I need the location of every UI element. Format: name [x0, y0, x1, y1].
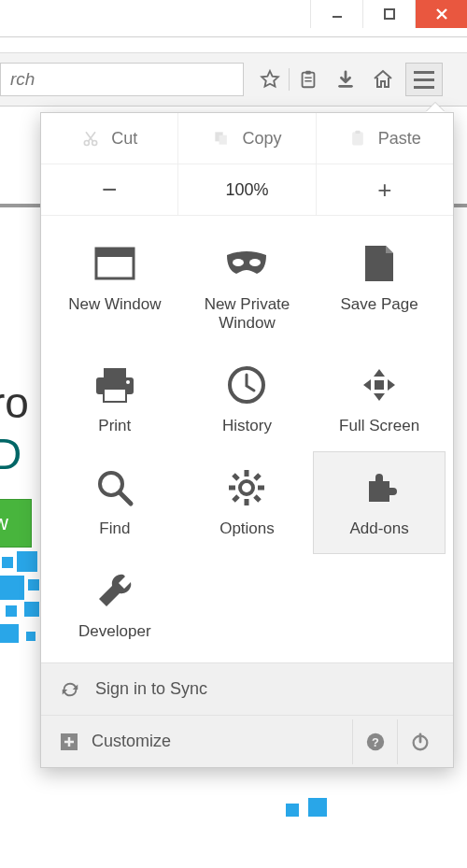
svg-point-16: [126, 380, 130, 384]
maximize-icon: [383, 7, 396, 21]
menu-button[interactable]: [405, 63, 443, 96]
find-button[interactable]: Find: [49, 451, 181, 554]
paste-button[interactable]: Paste: [316, 113, 453, 164]
clock-icon: [227, 365, 266, 405]
mask-icon: [223, 249, 270, 277]
sync-label: Sign in to Sync: [95, 679, 207, 699]
printer-icon: [94, 366, 135, 404]
svg-rect-1: [303, 73, 315, 88]
window-icon: [94, 247, 135, 280]
options-label: Options: [219, 519, 275, 538]
svg-point-20: [240, 481, 253, 494]
minus-icon: −: [102, 175, 117, 205]
zoom-controls-row: − 100% +: [41, 164, 453, 216]
customize-button[interactable]: Customize: [92, 732, 171, 751]
copy-button[interactable]: Copy: [177, 113, 315, 164]
customize-row: Customize ?: [41, 715, 453, 767]
svg-point-11: [233, 259, 244, 266]
addons-button[interactable]: Add-ons: [313, 451, 446, 554]
bookmarks-list-button[interactable]: [290, 61, 327, 98]
full-screen-button[interactable]: Full Screen: [313, 349, 446, 451]
developer-label: Developer: [78, 622, 151, 641]
history-label: History: [222, 417, 272, 435]
new-window-button[interactable]: New Window: [49, 227, 181, 349]
gear-icon: [227, 468, 266, 507]
save-page-label: Save Page: [341, 295, 418, 314]
downloads-button[interactable]: [327, 61, 364, 98]
help-icon: ?: [365, 732, 386, 752]
download-icon: [335, 69, 356, 90]
svg-rect-7: [352, 132, 363, 145]
print-button[interactable]: Print: [49, 349, 181, 451]
new-window-label: New Window: [68, 295, 161, 314]
options-button[interactable]: Options: [181, 451, 314, 554]
power-icon: [410, 732, 431, 752]
cut-button[interactable]: Cut: [41, 113, 177, 164]
paste-icon: [348, 129, 367, 148]
zoom-out-button[interactable]: −: [41, 164, 177, 215]
save-page-button[interactable]: Save Page: [313, 227, 446, 349]
bookmark-star-button[interactable]: [251, 61, 289, 98]
sync-icon: [60, 679, 80, 700]
paste-label: Paste: [378, 129, 421, 149]
help-button[interactable]: ?: [352, 719, 397, 764]
svg-rect-2: [305, 71, 311, 75]
window-minimize-button[interactable]: [310, 0, 362, 28]
page-icon: [363, 244, 395, 283]
svg-rect-6: [219, 135, 227, 145]
main-menu-panel: Cut Copy Paste − 100% + New Window New P…: [40, 112, 454, 768]
history-button[interactable]: History: [181, 349, 314, 451]
wrench-icon: [95, 571, 134, 610]
zoom-level[interactable]: 100%: [177, 164, 315, 215]
search-icon: [95, 468, 134, 507]
clipboard-icon: [298, 69, 318, 90]
new-private-window-button[interactable]: New Private Window: [181, 227, 314, 349]
home-icon: [372, 68, 394, 91]
download-now-button[interactable]: Now: [0, 499, 32, 548]
cut-icon: [81, 129, 100, 148]
svg-rect-15: [104, 389, 126, 402]
svg-text:?: ?: [372, 734, 379, 748]
window-titlebar: [0, 0, 467, 37]
addons-label: Add-ons: [349, 519, 408, 538]
minimize-icon: [331, 7, 344, 21]
svg-rect-13: [104, 368, 126, 377]
search-input[interactable]: [0, 63, 244, 96]
find-label: Find: [99, 519, 130, 538]
edit-controls-row: Cut Copy Paste: [41, 113, 453, 164]
svg-point-12: [249, 259, 261, 266]
new-private-label: New Private Window: [186, 295, 309, 333]
zoom-in-button[interactable]: +: [316, 164, 453, 215]
puzzle-icon: [360, 468, 399, 507]
zoom-level-label: 100%: [225, 180, 268, 200]
fullscreen-icon: [360, 365, 399, 405]
star-icon: [259, 68, 281, 91]
plus-box-icon: [60, 733, 78, 751]
svg-rect-0: [385, 9, 394, 19]
hamburger-icon: [414, 71, 434, 74]
browser-toolbar: [0, 52, 467, 107]
plus-icon: +: [377, 176, 391, 205]
full-screen-label: Full Screen: [339, 417, 419, 435]
sign-in-sync-button[interactable]: Sign in to Sync: [41, 662, 453, 715]
svg-rect-8: [355, 131, 360, 134]
window-close-button[interactable]: [415, 0, 467, 28]
page-heading: roD: [0, 377, 29, 480]
svg-rect-18: [375, 380, 384, 390]
svg-rect-10: [96, 249, 134, 257]
copy-label: Copy: [242, 129, 281, 149]
close-icon: [434, 7, 449, 21]
developer-button[interactable]: Developer: [49, 554, 181, 657]
home-button[interactable]: [364, 61, 402, 98]
window-maximize-button[interactable]: [362, 0, 415, 28]
copy-icon: [212, 129, 231, 148]
cut-label: Cut: [111, 129, 137, 149]
quit-button[interactable]: [397, 719, 442, 764]
menu-grid: New Window New Private Window Save Page …: [41, 216, 453, 662]
print-label: Print: [98, 417, 131, 435]
